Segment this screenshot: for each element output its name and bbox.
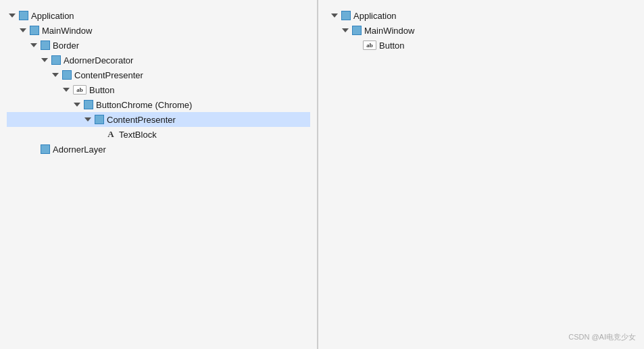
tree-node: ContentPresenterabButtonButtonChrome (Ch… [7, 68, 310, 142]
square-icon [41, 144, 50, 154]
square-icon [30, 26, 39, 35]
tree-node: BorderAdornerDecoratorContentPresenterab… [7, 38, 310, 142]
watermark-text: CSDN @AI电竞少女 [568, 332, 636, 342]
tree-row[interactable]: ATextBlock [7, 127, 310, 142]
tree-node: AdornerDecoratorContentPresenterabButton… [7, 53, 310, 142]
node-children: AdornerDecoratorContentPresenterabButton… [7, 53, 310, 142]
expand-arrow[interactable] [93, 129, 104, 140]
tree-node: abButtonButtonChrome (Chrome)ContentPres… [7, 82, 310, 142]
node-label: TextBlock [119, 130, 157, 140]
square-icon [341, 11, 351, 20]
node-label: AdornerDecorator [64, 55, 133, 65]
right-tree: ApplicationMainWindowabButton [329, 8, 633, 53]
square-icon [41, 41, 50, 50]
expand-arrow[interactable] [7, 10, 18, 21]
left-tree: ApplicationMainWindowBorderAdornerDecora… [7, 8, 310, 157]
expand-arrow[interactable] [28, 144, 39, 155]
node-children: abButton [329, 38, 633, 53]
tree-node: MainWindowabButton [329, 23, 633, 53]
node-children: abButtonButtonChrome (Chrome)ContentPres… [7, 82, 310, 142]
tree-node: ButtonChrome (Chrome)ContentPresenterATe… [7, 97, 310, 142]
node-label: MainWindow [42, 26, 92, 36]
node-label: AdornerLayer [53, 144, 106, 155]
tree-row[interactable]: AdornerDecorator [7, 53, 310, 68]
ab-icon: ab [363, 41, 376, 50]
tree-row[interactable]: ContentPresenter [7, 68, 310, 82]
tree-row[interactable]: abButton [329, 38, 633, 53]
node-label: Border [53, 41, 79, 51]
tree-row[interactable]: abButton [7, 82, 310, 97]
expand-arrow[interactable] [50, 70, 61, 80]
left-panel: ApplicationMainWindowBorderAdornerDecora… [0, 0, 318, 349]
square-icon [95, 115, 104, 124]
tree-row[interactable]: MainWindow [7, 23, 310, 38]
tree-node: ATextBlock [7, 127, 310, 142]
tree-row[interactable]: Border [7, 38, 310, 53]
tree-row[interactable]: MainWindow [329, 23, 633, 38]
tree-node: AdornerLayer [7, 142, 310, 157]
ab-icon: ab [73, 85, 86, 95]
tree-row[interactable]: Application [7, 8, 310, 23]
square-icon [19, 11, 28, 20]
node-label: Button [89, 85, 115, 95]
expand-arrow[interactable] [82, 114, 93, 125]
tree-node: MainWindowBorderAdornerDecoratorContentP… [7, 23, 310, 157]
node-label: MainWindow [364, 26, 414, 36]
expand-arrow[interactable] [340, 25, 351, 36]
tree-node: ApplicationMainWindowabButton [329, 8, 633, 53]
tree-row[interactable]: ContentPresenter [7, 112, 310, 127]
node-children: BorderAdornerDecoratorContentPresenterab… [7, 38, 310, 157]
right-panel: ApplicationMainWindowabButton CSDN @AI电竞… [318, 0, 644, 349]
tree-node: abButton [329, 38, 633, 53]
expand-arrow[interactable] [72, 99, 82, 110]
tree-row[interactable]: Application [329, 8, 633, 23]
expand-arrow[interactable] [18, 25, 28, 36]
node-children: MainWindowabButton [329, 23, 633, 53]
square-icon [84, 100, 93, 109]
expand-arrow[interactable] [329, 10, 340, 21]
tree-row[interactable]: ButtonChrome (Chrome) [7, 97, 310, 112]
tree-node: ContentPresenterATextBlock [7, 112, 310, 142]
expand-arrow[interactable] [61, 84, 72, 95]
square-icon [51, 55, 61, 65]
node-children: ContentPresenterATextBlock [7, 112, 310, 142]
square-icon [352, 26, 362, 35]
node-children: ButtonChrome (Chrome)ContentPresenterATe… [7, 97, 310, 142]
expand-arrow[interactable] [351, 40, 362, 51]
tree-row[interactable]: AdornerLayer [7, 142, 310, 157]
node-label: Button [379, 41, 405, 51]
expand-arrow[interactable] [39, 55, 50, 65]
node-label: ContentPresenter [107, 115, 176, 125]
node-label: Application [353, 11, 397, 21]
tree-node: ApplicationMainWindowBorderAdornerDecora… [7, 8, 310, 157]
square-icon [62, 70, 72, 80]
node-label: ContentPresenter [74, 70, 143, 80]
node-label: Application [31, 11, 74, 21]
text-icon: A [105, 129, 116, 140]
node-label: ButtonChrome (Chrome) [96, 100, 192, 110]
node-children: MainWindowBorderAdornerDecoratorContentP… [7, 23, 310, 157]
node-children: ContentPresenterabButtonButtonChrome (Ch… [7, 68, 310, 142]
node-children: ATextBlock [7, 127, 310, 142]
expand-arrow[interactable] [28, 40, 39, 51]
